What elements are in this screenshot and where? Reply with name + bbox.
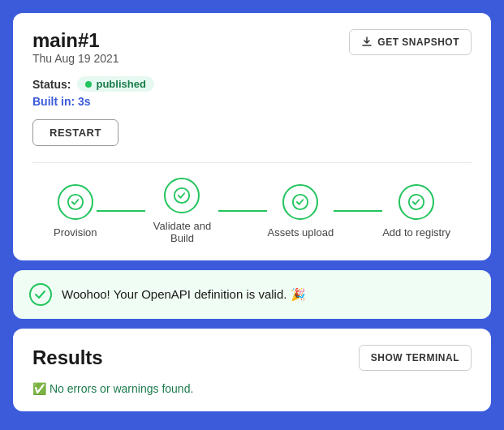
success-check-icon <box>29 283 52 306</box>
success-card: Woohoo! Your OpenAPI definition is valid… <box>13 270 491 319</box>
step-label-assets: Assets upload <box>267 226 334 239</box>
title-group: main#1 Thu Aug 19 2021 <box>32 29 119 73</box>
page-wrapper: main#1 Thu Aug 19 2021 GET SNAPSHOT Stat… <box>13 13 491 411</box>
results-card: Results SHOW TERMINAL ✅ No errors or war… <box>13 329 491 411</box>
pipeline-step-provision: Provision <box>54 184 97 239</box>
step-circle-registry <box>398 184 434 220</box>
results-header: Results SHOW TERMINAL <box>32 345 472 371</box>
step-label-provision: Provision <box>54 226 97 239</box>
step-label-registry: Add to registry <box>382 226 450 239</box>
main-card: main#1 Thu Aug 19 2021 GET SNAPSHOT Stat… <box>13 13 491 260</box>
check-icon <box>67 193 84 211</box>
check-icon <box>407 193 425 211</box>
card-header: main#1 Thu Aug 19 2021 GET SNAPSHOT <box>32 29 472 73</box>
show-terminal-button[interactable]: SHOW TERMINAL <box>359 345 472 371</box>
pipeline-step-validate: Validate and Build <box>145 178 218 244</box>
pipeline-step-registry: Add to registry <box>382 184 450 239</box>
status-label: Status: <box>32 78 71 91</box>
pipeline: Provision Validate and Build <box>32 178 472 244</box>
success-message: Woohoo! Your OpenAPI definition is valid… <box>62 287 306 302</box>
step-label-validate: Validate and Build <box>145 220 218 244</box>
page-title: main#1 <box>32 29 119 52</box>
svg-point-4 <box>30 284 51 305</box>
status-badge: published <box>77 76 153 92</box>
connector-1 <box>97 210 145 213</box>
connector-3 <box>334 210 382 213</box>
connector-2 <box>218 210 267 213</box>
divider <box>32 162 472 163</box>
get-snapshot-button[interactable]: GET SNAPSHOT <box>349 29 472 55</box>
download-icon <box>361 37 373 48</box>
step-top <box>164 178 200 213</box>
step-circle-validate <box>164 178 200 213</box>
check-icon <box>291 193 309 211</box>
built-in-row: Built in: 3s <box>32 95 472 108</box>
date-label: Thu Aug 19 2021 <box>32 52 119 65</box>
status-dot-icon <box>85 81 92 88</box>
check-icon <box>173 187 191 204</box>
step-circle-provision <box>58 184 93 220</box>
step-top <box>398 184 434 220</box>
step-top <box>58 184 93 220</box>
restart-button[interactable]: RESTART <box>32 119 118 146</box>
pipeline-step-assets: Assets upload <box>267 184 334 239</box>
step-top <box>282 184 318 220</box>
results-title: Results <box>32 346 103 369</box>
no-errors-message: ✅ No errors or warnings found. <box>32 382 472 395</box>
step-circle-assets <box>282 184 318 220</box>
status-row: Status: published <box>32 76 472 92</box>
